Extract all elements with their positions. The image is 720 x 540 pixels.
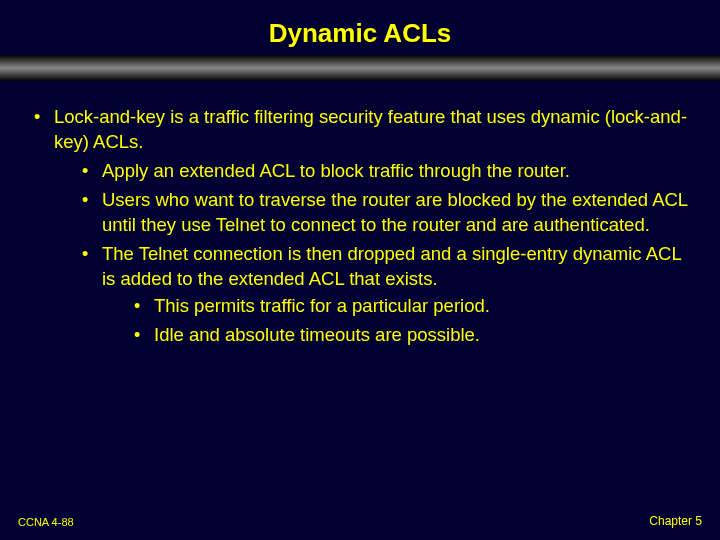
- bullet-text: This permits traffic for a particular pe…: [154, 295, 490, 316]
- footer-chapter: Chapter 5: [649, 514, 702, 528]
- bullet-list-level1: Lock-and-key is a traffic filtering secu…: [30, 105, 690, 348]
- bullet-text: Apply an extended ACL to block traffic t…: [102, 160, 570, 181]
- bullet-text: Lock-and-key is a traffic filtering secu…: [54, 106, 687, 152]
- slide-content: Lock-and-key is a traffic filtering secu…: [0, 81, 720, 348]
- list-item: The Telnet connection is then dropped an…: [78, 242, 690, 348]
- list-item: Apply an extended ACL to block traffic t…: [78, 159, 690, 184]
- bullet-text: The Telnet connection is then dropped an…: [102, 243, 681, 289]
- title-divider: [0, 55, 720, 81]
- bullet-text: Users who want to traverse the router ar…: [102, 189, 687, 235]
- slide: Dynamic ACLs Lock-and-key is a traffic f…: [0, 0, 720, 540]
- slide-title: Dynamic ACLs: [0, 0, 720, 55]
- list-item: Lock-and-key is a traffic filtering secu…: [30, 105, 690, 348]
- footer-page-number: CCNA 4-88: [18, 516, 74, 528]
- bullet-list-level3: This permits traffic for a particular pe…: [102, 294, 690, 348]
- list-item: Idle and absolute timeouts are possible.: [130, 323, 690, 348]
- list-item: Users who want to traverse the router ar…: [78, 188, 690, 238]
- bullet-text: Idle and absolute timeouts are possible.: [154, 324, 480, 345]
- list-item: This permits traffic for a particular pe…: [130, 294, 690, 319]
- bullet-list-level2: Apply an extended ACL to block traffic t…: [54, 159, 690, 348]
